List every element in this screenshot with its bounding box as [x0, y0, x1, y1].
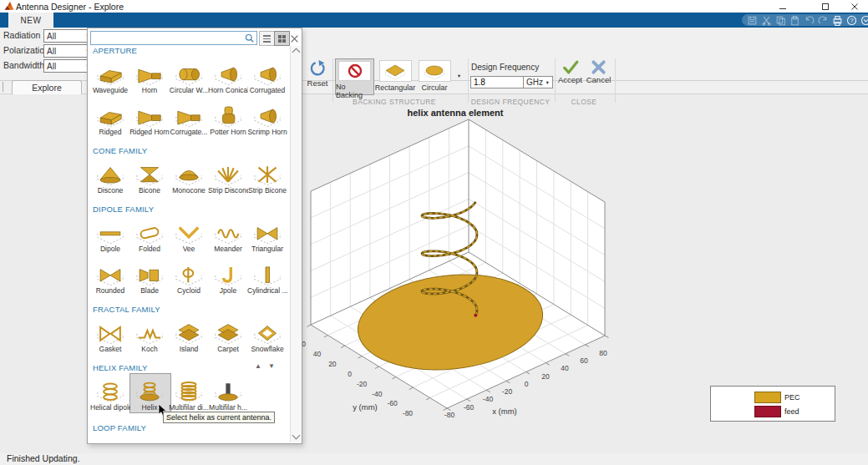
legend-label: PEC	[784, 393, 800, 402]
reset-button[interactable]: Reset	[301, 58, 334, 102]
gallery-item-ridged-horn[interactable]: Ridged Horn	[131, 104, 168, 139]
gallery-item-ridged[interactable]: Ridged	[92, 104, 129, 139]
accept-button[interactable]: Accept	[556, 59, 584, 93]
gallery-item-horn[interactable]: Horn	[131, 62, 168, 97]
sort-down-icon[interactable]: ▼	[268, 362, 275, 370]
gallery-item-rounded[interactable]: Rounded	[92, 262, 129, 297]
filter-value: All	[47, 62, 56, 71]
gallery-item-koch[interactable]: Koch	[131, 321, 168, 356]
grid-view-button[interactable]	[274, 31, 290, 46]
backing-option-rectangular[interactable]: Rectangular	[375, 58, 415, 94]
gallery-item-bicone[interactable]: Bicone	[131, 162, 168, 197]
scroll-up-icon[interactable]	[292, 48, 301, 57]
gallery-item-discone[interactable]: Discone	[92, 162, 129, 197]
radiation-select[interactable]: All▼	[43, 29, 94, 43]
gallery-item-label: Jpole	[208, 286, 248, 295]
antenna-glyph-icon	[94, 62, 126, 86]
gallery-item-strip-discone[interactable]: Strip Discone	[210, 162, 246, 197]
cancel-button[interactable]: Cancel	[585, 59, 612, 93]
svg-text:x (mm): x (mm)	[492, 407, 517, 416]
gallery-item-corrugated[interactable]: Corrugated	[249, 62, 286, 97]
gallery-close-button[interactable]	[290, 32, 300, 42]
cut-icon	[761, 15, 772, 26]
gallery-item-cycloid[interactable]: Cycloid	[170, 262, 207, 297]
gallery-item-dipole[interactable]: Dipole	[92, 220, 129, 255]
gallery-item-waveguide[interactable]: Waveguide	[92, 62, 129, 97]
gallery-item-multifilar-di[interactable]: Multifilar di...	[170, 379, 207, 414]
svg-text:-40: -40	[483, 395, 494, 403]
filter-row-radiation: RadiationAll▼	[3, 30, 40, 43]
blue-x-icon	[591, 59, 607, 75]
frequency-unit-select[interactable]: GHz ▼	[523, 76, 553, 88]
antenna-glyph-icon	[173, 379, 205, 403]
gallery-item-label: Corrugated	[247, 86, 287, 94]
antenna-glyph-icon	[134, 379, 165, 403]
gallery-item-scrimp-horn[interactable]: Scrimp Horn	[249, 104, 286, 139]
gallery-item-cylindrical[interactable]: Cylindrical ...	[249, 262, 286, 297]
family-header-dipole-family: DIPOLE FAMILY	[93, 205, 154, 214]
backing-option-circular[interactable]: Circular	[418, 58, 451, 94]
list-view-button[interactable]	[259, 31, 275, 46]
gallery-item-circular-w[interactable]: Circular W...	[170, 62, 207, 97]
gallery-item-label: Rounded	[90, 286, 130, 295]
tab-explore[interactable]: Explore	[12, 80, 82, 94]
gallery-item-label: Bicone	[129, 186, 170, 195]
gallery-item-island[interactable]: Island	[170, 321, 207, 356]
antenna-glyph-icon	[173, 262, 205, 286]
maximize-button[interactable]	[817, 0, 834, 13]
polarization-select[interactable]: All▼	[43, 44, 94, 58]
legend-swatch-feed	[754, 406, 781, 417]
print-icon[interactable]	[832, 15, 843, 26]
gallery-item-label: Helical dipole	[90, 403, 130, 412]
accept-label: Accept	[558, 75, 582, 84]
antenna-glyph-icon	[251, 62, 283, 86]
backing-option-label: Rectangular	[375, 83, 416, 92]
gallery-item-corrugate[interactable]: Corrugate...	[170, 104, 207, 139]
gallery-item-meander[interactable]: Meander	[210, 220, 246, 255]
backing-gallery-dropdown-button[interactable]: ▼	[454, 58, 464, 94]
sort-up-icon[interactable]: ▲	[255, 362, 261, 370]
gallery-scrollbar[interactable]	[290, 46, 302, 442]
minimize-button[interactable]	[774, 0, 791, 13]
more-icon[interactable]	[860, 15, 868, 26]
gallery-item-label: Vee	[169, 245, 209, 253]
design-frequency-input[interactable]	[470, 76, 524, 88]
antenna-glyph-icon	[134, 62, 165, 86]
ribbon-tab-new[interactable]: NEW	[8, 13, 53, 28]
family-header-fractal-family: FRACTAL FAMILY	[93, 305, 160, 314]
gallery-item-strip-bicone[interactable]: Strip Bicone	[249, 162, 286, 197]
close-window-button[interactable]	[846, 0, 863, 13]
svg-text:20: 20	[541, 372, 550, 381]
gallery-item-horn-conical[interactable]: Horn Conical	[210, 62, 246, 97]
gallery-item-vee[interactable]: Vee	[170, 220, 207, 255]
help-icon[interactable]: ?	[846, 15, 857, 26]
gallery-item-label: Folded	[129, 245, 170, 253]
scroll-down-icon[interactable]	[292, 432, 301, 440]
svg-text:?: ?	[850, 17, 854, 24]
gallery-item-triangular[interactable]: Triangular	[249, 220, 286, 255]
legend-swatch-pec	[754, 392, 781, 403]
bandwidth-select[interactable]: All▼	[43, 59, 94, 73]
gallery-item-label: Corrugate...	[169, 128, 209, 136]
app-logo-icon	[4, 2, 14, 11]
gallery-item-jpole[interactable]: Jpole	[210, 262, 246, 297]
gallery-item-blade[interactable]: Blade	[131, 262, 168, 297]
gallery-item-label: Carpet	[208, 345, 248, 353]
gallery-item-monocone[interactable]: Monocone	[170, 162, 207, 197]
gallery-item-potter-horn[interactable]: Potter Horn	[210, 104, 246, 139]
cancel-label: Cancel	[586, 75, 612, 84]
gallery-item-folded[interactable]: Folded	[131, 220, 168, 255]
gallery-item-gasket[interactable]: Gasket	[92, 321, 129, 356]
plot-legend[interactable]: PECfeed	[710, 386, 835, 422]
gallery-item-helical-dipole[interactable]: Helical dipole	[92, 379, 129, 414]
gallery-item-carpet[interactable]: Carpet	[210, 321, 246, 356]
antenna-glyph-icon	[212, 220, 244, 245]
gallery-item-multifilar-h[interactable]: Multifilar h...	[210, 379, 246, 414]
antenna-glyph-icon	[94, 104, 126, 128]
close-icon	[850, 3, 859, 11]
backing-option-no-backing[interactable]: No Backing	[335, 58, 374, 95]
gallery-item-label: Scrimp Horn	[247, 128, 287, 136]
gallery-item-snowflake[interactable]: Snowflake	[249, 321, 286, 356]
search-input[interactable]	[93, 32, 245, 44]
antenna-glyph-icon	[212, 104, 244, 128]
